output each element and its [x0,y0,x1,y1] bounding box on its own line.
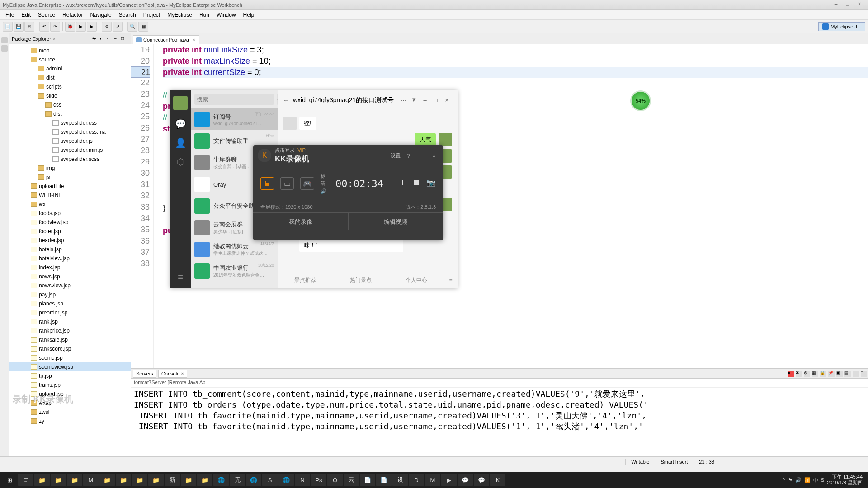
footer-tab[interactable]: 热门景点 [333,277,389,284]
search-input[interactable] [194,94,274,105]
kk-login-link[interactable]: 点击登录 [275,147,295,153]
tree-node[interactable]: hotelview.jsp [9,254,131,263]
taskbar-item[interactable]: 💬 [474,474,489,486]
taskbar-item[interactable]: 设 [392,474,408,486]
menu-navigate[interactable]: Navigate [86,12,115,18]
tree-node[interactable]: footer.jsp [9,227,131,236]
taskbar-item[interactable]: 🛡 [18,474,33,486]
start-button[interactable]: ⊞ [2,474,17,486]
display-console-button[interactable]: ▣ [836,371,843,377]
view-menu-icon[interactable]: ▿ [107,36,113,42]
taskbar-item[interactable]: ▶ [441,474,457,486]
tree-node[interactable]: foodview.jsp [9,218,131,227]
tree-node[interactable]: swipeslider.min.js [9,145,131,155]
tray-icon[interactable]: S [821,477,824,483]
tree-node[interactable]: foods.jsp [9,209,131,218]
wechat-minimize-button[interactable]: – [420,97,430,103]
taskbar-item[interactable]: 📁 [197,474,212,486]
menu-source[interactable]: Source [34,12,59,18]
menu-icon[interactable]: ≡ [175,272,186,283]
console-output[interactable]: INSERT INTO tb_comment(score,content,mai… [131,388,868,456]
menu-myeclipse[interactable]: MyEclipse [164,12,196,18]
tray-icon[interactable]: ^ [783,477,785,483]
tray-icon[interactable]: 🔊 [795,477,802,483]
tree-node[interactable]: index.jsp [9,263,131,272]
tree-node[interactable]: tp.jsp [9,371,131,380]
taskbar-item[interactable]: 🌐 [213,474,229,486]
taskbar-item[interactable]: S [262,474,278,486]
favorites-icon[interactable]: ⬡ [175,156,186,167]
console-tab[interactable]: Console × [158,370,187,378]
editor-tab[interactable]: ConnectionPool.java × [133,35,199,44]
fullscreen-mode-button[interactable]: 🖥 [260,177,274,190]
tool-button[interactable]: ▦ [138,22,148,32]
taskbar-item[interactable]: 📁 [34,474,50,486]
tree-node[interactable]: swipeslider.css [9,118,131,127]
tree-node[interactable]: hotels.jsp [9,245,131,254]
maximize-panel-button[interactable]: □ [861,371,867,377]
taskbar-item[interactable]: 📁 [181,474,196,486]
perspective-switcher[interactable]: MyEclipse J... [818,22,865,31]
tree-node[interactable]: source [9,55,131,64]
tree-node[interactable]: js [9,173,131,182]
region-mode-button[interactable]: ▭ [280,177,294,190]
edit-video-button[interactable]: 编辑视频 [349,213,443,230]
tray-icon[interactable]: ⚑ [788,477,793,483]
footer-menu-icon[interactable]: ≡ [444,277,458,284]
undo-button[interactable]: ↶ [39,22,49,32]
wechat-chat-item[interactable]: 中国农业银行2019年贺岁双色铜合金…18/12/20 [191,260,278,282]
wechat-chat-item[interactable]: 继教网优师云学生上课爱走神？试试这…18/12/7 [191,239,278,260]
explorer-close-icon[interactable]: × [53,36,56,42]
ime-indicator[interactable]: 中 [813,477,818,483]
tree-node[interactable]: preorder.jsp [9,308,131,317]
kk-vip-label[interactable]: VIP [297,147,306,153]
redo-button[interactable]: ↷ [50,22,60,32]
taskbar-item[interactable]: 📁 [99,474,115,486]
my-recordings-button[interactable]: 我的录像 [253,213,349,230]
menu-file[interactable]: File [2,12,18,18]
taskbar-item[interactable]: 🌐 [246,474,261,486]
taskbar-item[interactable]: M [425,474,440,486]
tree-node[interactable]: zy [9,417,131,426]
kk-help-icon[interactable]: ? [404,152,413,159]
clock[interactable]: 下午 11:45:44 2019/1/3 星期四 [827,474,863,486]
menu-refactor[interactable]: Refactor [59,12,86,18]
wechat-chat-item[interactable]: 订阅号wxid_gi74oh0omeo21...下午 23:37 [191,108,278,130]
menu-window[interactable]: Window [213,12,240,18]
build-button[interactable]: ⚙ [102,22,112,32]
contacts-icon[interactable]: 👤 [175,137,186,148]
tree-node[interactable]: css [9,100,131,109]
tree-node[interactable]: rankprice.jsp [9,326,131,335]
taskbar-item[interactable]: 新 [165,474,180,486]
tree-node[interactable]: news.jsp [9,272,131,281]
taskbar-item[interactable]: N [295,474,310,486]
close-tab-icon[interactable]: × [193,38,195,42]
link-editor-icon[interactable]: ⇆ [92,36,99,42]
tree-node[interactable]: admini [9,64,131,73]
tree-node[interactable]: dist [9,73,131,82]
minimize-view-icon[interactable]: – [114,36,120,42]
kk-minimize-button[interactable]: – [417,152,426,159]
avatar[interactable] [173,96,188,110]
menu-run[interactable]: Run [196,12,213,18]
tree-node[interactable]: scenicview.jsp [9,362,131,371]
taskbar-item[interactable]: 📄 [360,474,375,486]
stop-button[interactable]: ⏹ [411,178,421,188]
tree-node[interactable]: zwsl [9,408,131,417]
taskbar-item[interactable]: 📁 [148,474,164,486]
view-shortcut[interactable] [1,45,8,52]
tree-node[interactable]: WEB-INF [9,191,131,200]
scroll-lock-button[interactable]: 🔒 [820,371,826,377]
taskbar-item[interactable]: 无 [230,474,245,486]
close-button[interactable]: × [854,1,865,9]
chats-icon[interactable]: 💬 [175,118,186,129]
taskbar-item[interactable]: Ps [311,474,326,486]
tree-node[interactable]: dist [9,109,131,118]
tree-node[interactable]: scenic.jsp [9,353,131,362]
minimize-button[interactable]: – [830,1,842,9]
open-console-button[interactable]: ▤ [844,371,851,377]
collapse-all-icon[interactable]: ▾ [99,36,106,42]
taskbar-item[interactable]: K [490,474,505,486]
new-button[interactable]: 📄 [3,22,13,32]
taskbar-item[interactable]: Q [327,474,343,486]
